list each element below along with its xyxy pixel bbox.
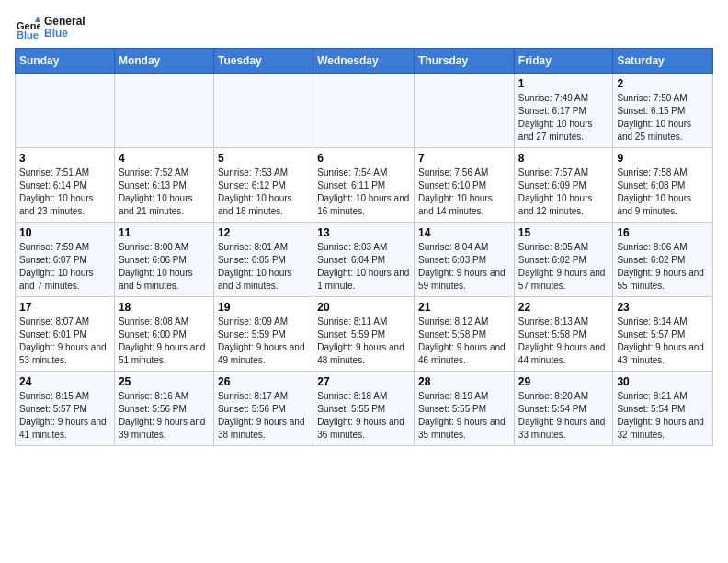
calendar-cell: 5Sunrise: 7:53 AM Sunset: 6:12 PM Daylig… <box>213 148 313 223</box>
day-info: Sunrise: 7:56 AM Sunset: 6:10 PM Dayligh… <box>418 167 510 218</box>
header-cell-wednesday: Wednesday <box>313 49 415 74</box>
page-container: General Blue General Blue SundayMondayTu… <box>15 15 713 446</box>
calendar-cell: 28Sunrise: 8:19 AM Sunset: 5:55 PM Dayli… <box>415 372 515 446</box>
calendar-cell: 4Sunrise: 7:52 AM Sunset: 6:13 PM Daylig… <box>114 148 213 223</box>
day-number: 28 <box>418 375 510 388</box>
day-info: Sunrise: 8:06 AM Sunset: 6:02 PM Dayligh… <box>617 241 709 293</box>
day-info: Sunrise: 8:15 AM Sunset: 5:57 PM Dayligh… <box>19 390 110 442</box>
header-cell-monday: Monday <box>114 49 213 74</box>
calendar-cell: 9Sunrise: 7:58 AM Sunset: 6:08 PM Daylig… <box>613 148 713 223</box>
day-info: Sunrise: 7:54 AM Sunset: 6:11 PM Dayligh… <box>317 167 410 218</box>
calendar-cell: 26Sunrise: 8:17 AM Sunset: 5:56 PM Dayli… <box>213 372 313 446</box>
day-info: Sunrise: 8:16 AM Sunset: 5:56 PM Dayligh… <box>119 390 210 442</box>
calendar-cell: 23Sunrise: 8:14 AM Sunset: 5:57 PM Dayli… <box>613 297 713 372</box>
calendar-cell: 16Sunrise: 8:06 AM Sunset: 6:02 PM Dayli… <box>613 223 713 297</box>
day-info: Sunrise: 8:13 AM Sunset: 5:58 PM Dayligh… <box>518 316 609 367</box>
day-number: 29 <box>518 375 609 388</box>
day-info: Sunrise: 8:14 AM Sunset: 5:57 PM Dayligh… <box>617 316 709 367</box>
day-number: 16 <box>617 226 709 239</box>
day-info: Sunrise: 8:12 AM Sunset: 5:58 PM Dayligh… <box>418 316 510 367</box>
day-info: Sunrise: 8:08 AM Sunset: 6:00 PM Dayligh… <box>119 316 210 367</box>
day-number: 17 <box>19 301 110 314</box>
logo-icon: General Blue <box>15 15 40 40</box>
calendar-cell: 7Sunrise: 7:56 AM Sunset: 6:10 PM Daylig… <box>415 148 515 223</box>
header: General Blue General Blue <box>15 15 713 40</box>
day-number: 26 <box>218 375 309 388</box>
calendar-cell: 8Sunrise: 7:57 AM Sunset: 6:09 PM Daylig… <box>514 148 613 223</box>
header-cell-friday: Friday <box>514 49 613 74</box>
day-number: 24 <box>19 375 110 388</box>
logo: General Blue General Blue <box>15 15 85 40</box>
day-info: Sunrise: 8:05 AM Sunset: 6:02 PM Dayligh… <box>518 241 609 293</box>
calendar-cell: 20Sunrise: 8:11 AM Sunset: 5:59 PM Dayli… <box>313 297 415 372</box>
day-number: 8 <box>518 152 609 165</box>
day-info: Sunrise: 8:04 AM Sunset: 6:03 PM Dayligh… <box>418 241 510 293</box>
svg-marker-2 <box>35 17 40 22</box>
day-info: Sunrise: 7:57 AM Sunset: 6:09 PM Dayligh… <box>518 167 609 218</box>
day-info: Sunrise: 8:09 AM Sunset: 5:59 PM Dayligh… <box>218 316 309 367</box>
calendar-cell: 19Sunrise: 8:09 AM Sunset: 5:59 PM Dayli… <box>213 297 313 372</box>
calendar-cell: 15Sunrise: 8:05 AM Sunset: 6:02 PM Dayli… <box>514 223 613 297</box>
day-info: Sunrise: 8:01 AM Sunset: 6:05 PM Dayligh… <box>218 241 309 293</box>
day-number: 7 <box>418 152 510 165</box>
day-number: 5 <box>218 152 309 165</box>
calendar-week-row: 24Sunrise: 8:15 AM Sunset: 5:57 PM Dayli… <box>16 372 713 446</box>
day-number: 25 <box>119 375 210 388</box>
day-info: Sunrise: 8:11 AM Sunset: 5:59 PM Dayligh… <box>317 316 410 367</box>
day-number: 12 <box>218 226 309 239</box>
day-info: Sunrise: 7:53 AM Sunset: 6:12 PM Dayligh… <box>218 167 309 218</box>
calendar-cell <box>114 74 213 148</box>
day-number: 27 <box>317 375 410 388</box>
calendar-cell: 14Sunrise: 8:04 AM Sunset: 6:03 PM Dayli… <box>415 223 515 297</box>
calendar-cell: 22Sunrise: 8:13 AM Sunset: 5:58 PM Dayli… <box>514 297 613 372</box>
calendar-header-row: SundayMondayTuesdayWednesdayThursdayFrid… <box>16 49 713 74</box>
calendar-cell: 12Sunrise: 8:01 AM Sunset: 6:05 PM Dayli… <box>213 223 313 297</box>
day-number: 4 <box>119 152 210 165</box>
day-number: 20 <box>317 301 410 314</box>
calendar-cell: 27Sunrise: 8:18 AM Sunset: 5:55 PM Dayli… <box>313 372 415 446</box>
calendar-table: SundayMondayTuesdayWednesdayThursdayFrid… <box>15 48 713 446</box>
calendar-week-row: 17Sunrise: 8:07 AM Sunset: 6:01 PM Dayli… <box>16 297 713 372</box>
day-number: 13 <box>317 226 410 239</box>
day-info: Sunrise: 7:52 AM Sunset: 6:13 PM Dayligh… <box>119 167 210 218</box>
calendar-cell: 13Sunrise: 8:03 AM Sunset: 6:04 PM Dayli… <box>313 223 415 297</box>
calendar-cell: 21Sunrise: 8:12 AM Sunset: 5:58 PM Dayli… <box>415 297 515 372</box>
day-info: Sunrise: 7:58 AM Sunset: 6:08 PM Dayligh… <box>617 167 709 218</box>
day-number: 21 <box>418 301 510 314</box>
header-cell-thursday: Thursday <box>415 49 515 74</box>
day-number: 15 <box>518 226 609 239</box>
calendar-cell: 25Sunrise: 8:16 AM Sunset: 5:56 PM Dayli… <box>114 372 213 446</box>
header-cell-sunday: Sunday <box>16 49 115 74</box>
day-info: Sunrise: 7:51 AM Sunset: 6:14 PM Dayligh… <box>19 167 110 218</box>
day-number: 10 <box>19 226 110 239</box>
day-info: Sunrise: 8:21 AM Sunset: 5:54 PM Dayligh… <box>617 390 709 442</box>
calendar-cell: 11Sunrise: 8:00 AM Sunset: 6:06 PM Dayli… <box>114 223 213 297</box>
day-number: 1 <box>518 77 609 90</box>
day-info: Sunrise: 8:20 AM Sunset: 5:54 PM Dayligh… <box>518 390 609 442</box>
calendar-cell: 17Sunrise: 8:07 AM Sunset: 6:01 PM Dayli… <box>16 297 115 372</box>
day-number: 19 <box>218 301 309 314</box>
day-number: 23 <box>617 301 709 314</box>
calendar-cell: 3Sunrise: 7:51 AM Sunset: 6:14 PM Daylig… <box>16 148 115 223</box>
calendar-cell: 30Sunrise: 8:21 AM Sunset: 5:54 PM Dayli… <box>613 372 713 446</box>
calendar-week-row: 3Sunrise: 7:51 AM Sunset: 6:14 PM Daylig… <box>16 148 713 223</box>
day-number: 30 <box>617 375 709 388</box>
day-info: Sunrise: 8:19 AM Sunset: 5:55 PM Dayligh… <box>418 390 510 442</box>
day-info: Sunrise: 8:00 AM Sunset: 6:06 PM Dayligh… <box>119 241 210 293</box>
day-info: Sunrise: 8:03 AM Sunset: 6:04 PM Dayligh… <box>317 241 410 293</box>
day-info: Sunrise: 7:49 AM Sunset: 6:17 PM Dayligh… <box>518 92 609 144</box>
calendar-cell: 18Sunrise: 8:08 AM Sunset: 6:00 PM Dayli… <box>114 297 213 372</box>
day-number: 2 <box>617 77 709 90</box>
calendar-week-row: 10Sunrise: 7:59 AM Sunset: 6:07 PM Dayli… <box>16 223 713 297</box>
day-number: 6 <box>317 152 410 165</box>
day-info: Sunrise: 8:17 AM Sunset: 5:56 PM Dayligh… <box>218 390 309 442</box>
day-number: 14 <box>418 226 510 239</box>
calendar-cell <box>16 74 115 148</box>
calendar-week-row: 1Sunrise: 7:49 AM Sunset: 6:17 PM Daylig… <box>16 74 713 148</box>
day-number: 22 <box>518 301 609 314</box>
day-info: Sunrise: 8:07 AM Sunset: 6:01 PM Dayligh… <box>19 316 110 367</box>
calendar-cell: 29Sunrise: 8:20 AM Sunset: 5:54 PM Dayli… <box>514 372 613 446</box>
calendar-cell <box>213 74 313 148</box>
day-number: 9 <box>617 152 709 165</box>
day-info: Sunrise: 7:50 AM Sunset: 6:15 PM Dayligh… <box>617 92 709 144</box>
